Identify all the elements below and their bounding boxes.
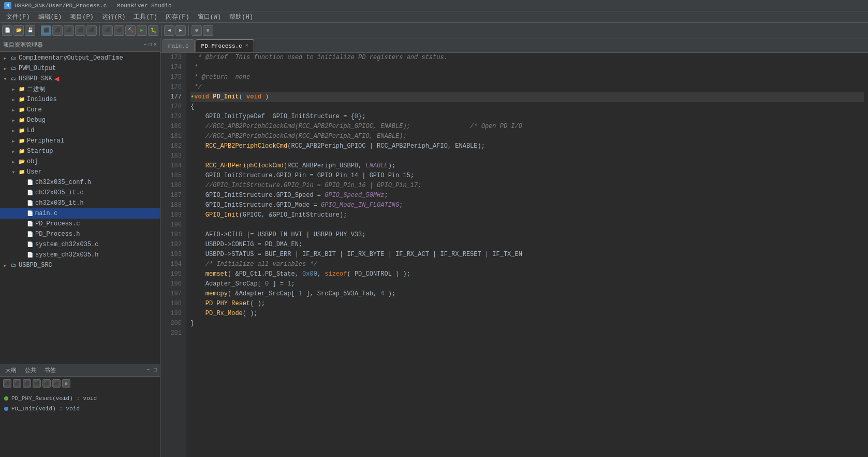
tree-item-core[interactable]: ▶ 📁 Core xyxy=(0,105,160,115)
tree-item-conf-h[interactable]: ▶ 📄 ch32x035_conf.h xyxy=(0,177,160,188)
toolbar-btn6[interactable]: ⬛ xyxy=(102,25,113,36)
tree-label: Includes xyxy=(27,96,57,103)
panel-minimize-btn[interactable]: − xyxy=(143,42,146,48)
tree-item-includes[interactable]: ▶ 📁 Includes xyxy=(0,94,160,105)
toolbar-open[interactable]: 📂 xyxy=(13,25,24,36)
menu-window[interactable]: 窗口(W) xyxy=(194,11,226,22)
symbol-label-1: PD_Init(void) : void xyxy=(11,406,80,412)
toolbar-save[interactable]: 💾 xyxy=(25,25,35,36)
toolbar-btn4[interactable]: ⬛ xyxy=(75,25,85,36)
tree-item-peripheral[interactable]: ▶ 📁 Peripheral xyxy=(0,136,160,146)
tab-main-c[interactable]: main.c xyxy=(163,39,195,52)
toolbar-btn3[interactable]: ⬛ xyxy=(64,25,74,36)
bookmark-tab[interactable]: 书签 xyxy=(42,365,58,375)
menu-help[interactable]: 帮助(H) xyxy=(225,11,257,22)
toolbar-debug[interactable]: 🐛 xyxy=(148,25,158,36)
symbol-item-0[interactable]: PD_PHY_Reset(void) : void xyxy=(0,393,160,404)
bottom-panel-header: 大纲 公共 书签 − □ xyxy=(0,364,160,377)
line-num-181: 181 xyxy=(163,132,182,141)
line-numbers: 173 174 175 176 177 178 179 180 181 182 … xyxy=(160,53,186,457)
sym-btn1[interactable]: ⬛ xyxy=(3,379,11,388)
line-num-179: 179 xyxy=(163,112,182,122)
toolbar-extra1[interactable]: ⚙ xyxy=(192,25,202,36)
tab-pd-process-c[interactable]: PD_Process.c × xyxy=(196,39,254,52)
tree-item-pdprocess-h[interactable]: ▶ 📄 PD_Process.h xyxy=(0,229,160,239)
tree-label: PD_Process.c xyxy=(35,220,80,227)
toolbar-btn7[interactable]: ⬛ xyxy=(114,25,124,36)
tree-label: USBPD_SRC xyxy=(19,262,52,269)
menu-flash[interactable]: 闪存(F) xyxy=(161,11,194,22)
symbol-item-1[interactable]: PD_Init(void) : void xyxy=(0,404,160,414)
line-num-173: 173 xyxy=(163,53,182,63)
project-manager-tab[interactable]: 项目资源管理器 xyxy=(3,41,43,49)
toolbar-btn2[interactable]: ⬛ xyxy=(52,25,63,36)
line-num-180: 180 xyxy=(163,122,182,132)
line-num-189: 189 xyxy=(163,210,182,220)
code-line-182: RCC_APB2PeriphClockCmd(RCC_APB2Periph_GP… xyxy=(190,141,864,151)
outline-tab[interactable]: 大纲 xyxy=(3,365,19,375)
tree-item-it-h[interactable]: ▶ 📄 ch32x035_it.h xyxy=(0,198,160,208)
tree-label: ch32x035_it.h xyxy=(35,199,84,207)
toolbar-build[interactable]: 🔨 xyxy=(125,25,136,36)
toolbar-extra2[interactable]: ⚙ xyxy=(203,25,213,36)
tree-label: Peripheral xyxy=(27,137,64,145)
toolbar-btn1[interactable]: ⬛ xyxy=(41,25,51,36)
tree-item-system-c[interactable]: ▶ 📄 system_ch32x035.c xyxy=(0,239,160,250)
toolbar-btn5[interactable]: ⬛ xyxy=(86,25,97,36)
code-area[interactable]: 173 174 175 176 177 178 179 180 181 182 … xyxy=(160,53,868,457)
public-tab[interactable]: 公共 xyxy=(23,365,38,375)
red-arrow-annotation: ◀ xyxy=(54,74,60,84)
panel-close-btn[interactable]: × xyxy=(154,42,157,48)
bottom-panel: 大纲 公共 书签 − □ ⬛ ⬛ ⬛ ⬛ ⬛ ⬛ ⚙ xyxy=(0,364,160,457)
menu-edit[interactable]: 编辑(E) xyxy=(34,11,66,22)
sym-btn6[interactable]: ⬛ xyxy=(52,379,61,388)
panel-maximize-btn[interactable]: □ xyxy=(149,42,152,48)
sym-btn2[interactable]: ⬛ xyxy=(13,379,21,388)
tree-item-usbpdsnk[interactable]: ▼ 🗂 USBPD_SNK ◀ xyxy=(0,74,160,84)
sym-btn3[interactable]: ⬛ xyxy=(23,379,31,388)
folder-icon: 📁 xyxy=(18,106,25,113)
line-num-182: 182 xyxy=(163,141,182,151)
tree-item-usbpdsrc[interactable]: ▶ 🗂 USBPD_SRC xyxy=(0,260,160,270)
bottom-minimize-btn[interactable]: − xyxy=(146,367,150,373)
tree-item-it-c[interactable]: ▶ 📄 ch32x035_it.c xyxy=(0,188,160,198)
tree-item-debug[interactable]: ▶ 📁 Debug xyxy=(0,115,160,125)
code-line-175: * @return none xyxy=(190,73,864,82)
menu-run[interactable]: 运行(R) xyxy=(98,11,130,22)
folder-icon: 📁 xyxy=(18,96,25,103)
tree-item-ld[interactable]: ▶ 📁 Ld xyxy=(0,125,160,136)
bottom-maximize-btn[interactable]: □ xyxy=(154,367,157,373)
sym-btn5[interactable]: ⬛ xyxy=(42,379,51,388)
toolbar-run[interactable]: ▶ xyxy=(137,25,147,36)
code-line-190 xyxy=(190,220,864,230)
toolbar-back[interactable]: ◀ xyxy=(164,25,174,36)
tree-item-main-c[interactable]: ▶ 📄 main.c xyxy=(0,208,160,219)
sym-btn7[interactable]: ⚙ xyxy=(62,379,70,388)
toggle-icon: ▶ xyxy=(2,65,8,72)
menu-project[interactable]: 项目(P) xyxy=(66,11,98,22)
tree-item-startup[interactable]: ▶ 📁 Startup xyxy=(0,146,160,156)
menu-file[interactable]: 文件(F) xyxy=(2,11,34,22)
tab-close-btn[interactable]: × xyxy=(245,43,248,49)
tree-item-complementary[interactable]: ▶ 🗂 ComplementaryOutput_DeadTime xyxy=(0,53,160,63)
tree-item-binary[interactable]: ▶ 📁 二进制 xyxy=(0,84,160,94)
folder-icon: 📁 xyxy=(18,127,25,134)
tree-label: main.c xyxy=(35,210,57,217)
toolbar-new[interactable]: 📄 xyxy=(2,25,12,36)
tree-item-pwm[interactable]: ▶ 🗂 PWM_Output xyxy=(0,63,160,74)
line-num-184: 184 xyxy=(163,161,182,171)
tree-item-system-h[interactable]: ▶ 📄 system_ch32x035.h xyxy=(0,250,160,260)
toolbar-fwd[interactable]: ▶ xyxy=(175,25,186,36)
tab-bar: main.c PD_Process.c × xyxy=(160,38,868,53)
menu-tools[interactable]: 工具(T) xyxy=(129,11,161,22)
sym-btn4[interactable]: ⬛ xyxy=(33,379,41,388)
scrollbar-placeholder xyxy=(0,389,160,393)
code-line-193: USBPD->STATUS = BUF_ERR | IF_RX_BIT | IF… xyxy=(190,250,864,260)
project-icon: 🗂 xyxy=(10,75,17,82)
tree-item-user[interactable]: ▼ 📁 User xyxy=(0,167,160,177)
code-line-198: PD_PHY_Reset( ); xyxy=(190,299,864,309)
tree-item-pdprocess-c[interactable]: ▶ 📄 PD_Process.c xyxy=(0,219,160,229)
code-line-173: * @brief This function used to initializ… xyxy=(190,53,864,63)
title-bar: M USBPD_SNK/User/PD_Process.c - MounRive… xyxy=(0,0,868,11)
tree-item-obj[interactable]: ▶ 📂 obj xyxy=(0,156,160,167)
